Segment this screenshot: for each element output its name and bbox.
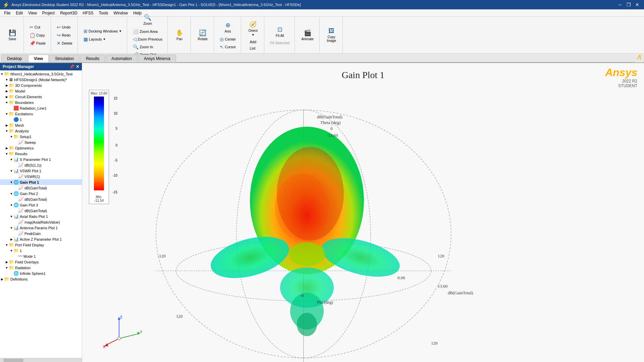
menu-hfss[interactable]: HFSS	[80, 9, 96, 17]
expand-icon-active-z-plot1[interactable]: ▶	[9, 238, 13, 241]
expand-icon-circuit-elements[interactable]: ▶	[5, 95, 9, 99]
tree-item-model[interactable]: ▶📁Model	[0, 88, 82, 94]
expand-icon-model[interactable]: ▶	[5, 89, 9, 93]
expand-icon-analysis[interactable]: ▼	[5, 129, 9, 133]
tree-item-infinite-sphere1[interactable]: 🌐Infinite Sphere1	[0, 270, 82, 276]
expand-icon-gain-plot3[interactable]: ▼	[9, 203, 13, 207]
tree-item-mode1[interactable]: 〰Mode 1	[0, 253, 82, 259]
tab-ansys-minerva[interactable]: Ansys Minerva	[138, 55, 176, 62]
tree-item-antenna-params-plot1[interactable]: ▼📊Antenna Params Plot 1	[0, 225, 82, 231]
tab-results[interactable]: Results	[80, 55, 105, 62]
menu-project[interactable]: Project	[40, 9, 57, 17]
tree-item-peak-gain[interactable]: 📈PeakGain	[0, 231, 82, 236]
animate-button[interactable]: 🎬 Animate	[298, 27, 317, 43]
tree-item-3d-components[interactable]: ▶📁3D Components	[0, 82, 82, 88]
center-button[interactable]: ◎ Center	[217, 36, 238, 43]
tree-item-s-param-plot[interactable]: ▼📊S Parameter Plot 1	[0, 157, 82, 162]
add-button[interactable]: Add	[248, 39, 259, 45]
expand-icon-results[interactable]: ▼	[5, 152, 9, 156]
docking-windows-button[interactable]: ⊞ Docking Windows ▼	[81, 27, 124, 35]
tab-simulation[interactable]: Simulation	[49, 55, 79, 62]
tree-item-vswr-plot1[interactable]: ▼📊VSWR Plot 1	[0, 168, 82, 174]
expand-icon-field-overlays[interactable]: ▶	[5, 260, 9, 264]
zoom-button[interactable]: 🔍 Zoom	[139, 12, 156, 27]
expand-icon-gain-plot2[interactable]: ▼	[9, 192, 13, 195]
sidebar-pin-icon[interactable]: 📌	[69, 64, 74, 69]
tree-item-port-field-display[interactable]: ▼📁Port Field Display	[0, 242, 82, 248]
pan-button[interactable]: ✋ Pan	[171, 27, 188, 43]
tab-desktop[interactable]: Desktop	[1, 55, 28, 62]
menu-window[interactable]: Window	[111, 9, 131, 17]
menu-file[interactable]: File	[1, 9, 13, 17]
expand-icon-3d-components[interactable]: ▶	[5, 84, 9, 87]
tree-item-definitions[interactable]: ▶📁Definitions	[0, 276, 82, 282]
tree-item-radiation[interactable]: ▼📁Radiation	[0, 265, 82, 270]
copy-image-button[interactable]: 🖼 Copy Image	[323, 26, 340, 44]
minimize-button[interactable]: ─	[616, 1, 624, 9]
tree-item-db-gain-total2[interactable]: 📈dB(GainTotal)	[0, 196, 82, 202]
cursor-button[interactable]: ↖ Cursor	[217, 43, 238, 51]
tree-item-db-gain-total1[interactable]: 📈dB(GainTotal)	[0, 185, 82, 191]
tree-item-gain-plot3[interactable]: ▼🌐Gain Plot 3	[0, 202, 82, 208]
tree-item-analysis[interactable]: ▼📁Analysis	[0, 128, 82, 134]
copy-button[interactable]: 📋 Copy	[27, 32, 48, 39]
tree-item-vswr1[interactable]: 📈VSWR(1)	[0, 174, 82, 179]
expand-icon-optimetrics[interactable]: ▶	[5, 146, 9, 150]
tree-item-excitations[interactable]: ▼📁Excitations	[0, 111, 82, 117]
expand-icon-radiation[interactable]: ▼	[5, 266, 9, 269]
save-button[interactable]: 💾 Save	[4, 27, 21, 43]
tree-project-root[interactable]: ▼ 📁 Nhom1_HelicalAntenna_3.5GHz_Test	[0, 71, 82, 77]
redo-button[interactable]: ↪ Redo	[54, 32, 75, 39]
tree-item-gain-plot1[interactable]: ▼🌐Gain Plot 1	[0, 179, 82, 185]
close-button[interactable]: ✕	[633, 1, 641, 9]
tree-item-field-overlays[interactable]: ▶📁Field Overlays	[0, 259, 82, 265]
zoom-previous-button[interactable]: ◁ Zoom Previous	[130, 36, 165, 43]
menu-tools[interactable]: Tools	[96, 9, 111, 17]
expand-icon-axial-ratio-plot1[interactable]: ▼	[9, 215, 13, 218]
expand-icon-antenna-params-plot1[interactable]: ▼	[9, 226, 13, 230]
tree-item-pfd-1[interactable]: ▼📁1	[0, 248, 82, 253]
expand-icon-pfd-1[interactable]: ▼	[9, 249, 13, 252]
tree-item-setup1[interactable]: ▼📁Setup1	[0, 134, 82, 139]
tab-view[interactable]: View	[28, 55, 49, 62]
rotate-button[interactable]: 🔄 Rotate	[194, 27, 211, 43]
tree-item-circuit-elements[interactable]: ▶📁Circuit Elements	[0, 94, 82, 100]
cut-button[interactable]: ✂ Cut	[27, 23, 48, 31]
delete-button[interactable]: ✕ Delete	[54, 40, 75, 47]
expand-icon-setup1[interactable]: ▼	[9, 135, 13, 138]
tree-item-optimetrics[interactable]: ▶📁Optimetrics	[0, 145, 82, 151]
list-button[interactable]: List	[248, 45, 259, 51]
expand-icon-s-param-plot[interactable]: ▼	[9, 158, 13, 161]
tree-item-axial-ratio-plot1[interactable]: ▼📊Axial Ratio Plot 1	[0, 214, 82, 219]
tab-automation[interactable]: Automation	[106, 55, 138, 62]
sidebar-scrollbar[interactable]	[0, 358, 82, 362]
tree-item-boundaries[interactable]: ▼📁Boundaries	[0, 100, 82, 105]
orient-button[interactable]: 🧭 Orient ▼	[245, 19, 261, 38]
menu-edit[interactable]: Edit	[13, 9, 25, 17]
undo-button[interactable]: ↩ Undo	[54, 23, 75, 31]
tree-item-exc-1[interactable]: 🔵1	[0, 117, 82, 122]
tree-item-mag-axial[interactable]: 📈mag(AxialRatioValue)	[0, 219, 82, 225]
project-expand-icon[interactable]: ▼	[0, 72, 4, 76]
zoom-in-button[interactable]: 🔍 Zoom In	[130, 43, 165, 51]
tree-item-radiation-line1[interactable]: 🟥Radiation_Line1	[0, 105, 82, 111]
tree-design-root[interactable]: ▼ 🖥 HFSSDesign1 (Modal Network)*	[0, 77, 82, 82]
fit-selected-button[interactable]: Fit Selected	[268, 40, 292, 46]
layouts-button[interactable]: ▦ Layouts ▼	[81, 36, 124, 43]
paste-button[interactable]: 📌 Paste	[27, 40, 48, 47]
tree-item-results[interactable]: ▼📁Results	[0, 151, 82, 157]
menu-report3d[interactable]: Report3D	[57, 9, 80, 17]
axis-button[interactable]: ⊕ Axis	[219, 20, 236, 35]
menu-view[interactable]: View	[25, 9, 40, 17]
zoom-area-button[interactable]: ⬜ Zoom Area	[130, 28, 165, 35]
tree-item-db-gain-total3[interactable]: 📈dB(GainTotal)	[0, 208, 82, 214]
expand-icon-gain-plot1[interactable]: ▼	[9, 181, 13, 184]
tree-item-dbs11[interactable]: 📈dB(S(1,1))	[0, 162, 82, 168]
tree-item-gain-plot2[interactable]: ▼🌐Gain Plot 2	[0, 191, 82, 196]
tree-item-sweep[interactable]: 📈Sweep	[0, 139, 82, 145]
expand-icon-mesh[interactable]: ▶	[5, 124, 9, 127]
fit-all-button[interactable]: ⊡ Fit All	[271, 24, 288, 39]
scrollbar-thumb[interactable]	[3, 359, 23, 362]
restore-button[interactable]: ❐	[625, 1, 633, 9]
design-expand-icon[interactable]: ▼	[5, 78, 9, 81]
